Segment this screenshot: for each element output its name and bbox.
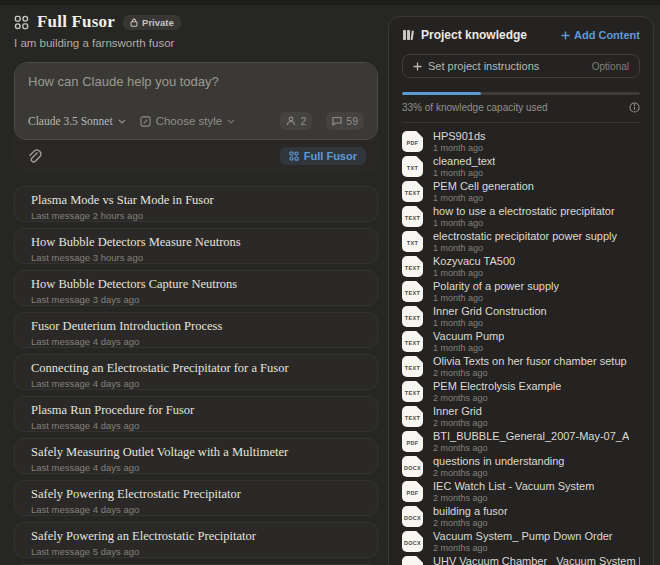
knowledge-title: Project knowledge xyxy=(421,28,527,42)
file-name: cleaned_text xyxy=(433,155,495,167)
conversation-meta: Last message 4 days ago xyxy=(31,504,361,515)
capacity-text: 33% of knowledge capacity used xyxy=(402,102,548,113)
knowledge-file-row[interactable]: DOCX questions in understanding 2 months… xyxy=(402,454,640,479)
knowledge-header: Project knowledge Add Content xyxy=(402,28,640,42)
plus-icon xyxy=(413,62,422,71)
file-name: Inner Grid Construction xyxy=(433,305,547,317)
info-icon[interactable] xyxy=(629,102,640,113)
knowledge-file-row[interactable]: TXT electrostatic precipitator power sup… xyxy=(402,229,640,254)
knowledge-file-row[interactable]: DOCX Vacuum System_ Pump Down Order 2 mo… xyxy=(402,529,640,554)
collaborator-count: 2 xyxy=(300,115,306,127)
conversation-title: Plasma Run Procedure for Fusor xyxy=(31,403,361,418)
conversation-title: Fusor Deuterium Introduction Process xyxy=(31,319,361,334)
knowledge-file-row[interactable]: DOCX UHV Vacuum Chamber_ Vacuum System P… xyxy=(402,554,640,565)
project-description: I am building a farnsworth fusor xyxy=(14,37,378,49)
project-header: Full Fusor Private xyxy=(14,12,378,32)
conversation-card[interactable]: Plasma Run Procedure for Fusor Last mess… xyxy=(14,396,378,432)
collaborator-count-badge[interactable]: 2 xyxy=(280,112,312,130)
set-instructions-label: Set project instructions xyxy=(428,60,539,72)
file-type-icon: PDF xyxy=(402,131,423,152)
file-type-icon: TEXT xyxy=(402,181,423,202)
project-chip-label: Full Fusor xyxy=(304,150,357,162)
knowledge-file-row[interactable]: TEXT Inner Grid 2 months ago xyxy=(402,404,640,429)
model-selector[interactable]: Claude 3.5 Sonnet xyxy=(28,115,126,127)
conversation-title: Safely Powering Electrostatic Precipitat… xyxy=(31,487,361,502)
optional-tag: Optional xyxy=(592,61,629,72)
file-age: 1 month ago xyxy=(433,293,559,303)
knowledge-file-row[interactable]: TEXT Olivia Texts on her fusor chamber s… xyxy=(402,354,640,379)
file-name: Kozyvacu TA500 xyxy=(433,255,515,267)
knowledge-file-row[interactable]: PDF BTI_BUBBLE_General_2007-May-07_A 2 m… xyxy=(402,429,640,454)
knowledge-file-row[interactable]: TEXT how to use a electrostatic precipit… xyxy=(402,204,640,229)
file-name: electrostatic precipitator power supply xyxy=(433,230,617,242)
knowledge-file-row[interactable]: DOCX building a fusor 2 months ago xyxy=(402,504,640,529)
file-name: BTI_BUBBLE_General_2007-May-07_A xyxy=(433,430,629,442)
conversation-meta: Last message 4 days ago xyxy=(31,420,361,431)
conversation-meta: Last message 4 days ago xyxy=(31,336,361,347)
file-name: PEM Electrolysis Example xyxy=(433,380,561,392)
file-type-icon: TXT xyxy=(402,156,423,177)
paperclip-icon[interactable] xyxy=(26,148,42,164)
file-age: 2 months ago xyxy=(433,543,613,553)
project-chip[interactable]: Full Fusor xyxy=(280,147,366,165)
composer-footer: Full Fusor xyxy=(14,140,378,174)
style-selector-label: Choose style xyxy=(156,115,222,127)
file-age: 2 months ago xyxy=(433,418,488,428)
conversation-card[interactable]: Safely Powering an Electrostatic Precipi… xyxy=(14,522,378,558)
knowledge-file-row[interactable]: TEXT Polarity of a power supply 1 month … xyxy=(402,279,640,304)
style-selector[interactable]: Choose style xyxy=(140,115,235,127)
page-title: Full Fusor xyxy=(37,12,115,32)
file-type-icon: PDF xyxy=(402,431,423,452)
file-age: 1 month ago xyxy=(433,218,615,228)
file-name: IEC Watch List - Vacuum System xyxy=(433,480,594,492)
file-type-icon: TEXT xyxy=(402,281,423,302)
composer: How can Claude help you today? Claude 3.… xyxy=(14,62,378,174)
file-name: Polarity of a power supply xyxy=(433,280,559,292)
knowledge-file-row[interactable]: PDF HPS901ds 1 month ago xyxy=(402,129,640,154)
knowledge-file-row[interactable]: TEXT PEM Electrolysis Example 2 months a… xyxy=(402,379,640,404)
composer-input[interactable]: How can Claude help you today? xyxy=(28,74,364,94)
file-type-icon: TEXT xyxy=(402,256,423,277)
person-icon xyxy=(286,116,296,126)
conversation-card[interactable]: How Bubble Detectors Capture Neutrons La… xyxy=(14,270,378,306)
chat-count-badge[interactable]: 59 xyxy=(326,112,364,130)
file-name: PEM Cell generation xyxy=(433,180,534,192)
composer-input-area[interactable]: How can Claude help you today? Claude 3.… xyxy=(14,62,378,140)
file-name: Vacuum Pump xyxy=(433,330,504,342)
conversation-card[interactable]: Safely Powering Electrostatic Precipitat… xyxy=(14,480,378,516)
conversation-card[interactable]: Connecting an Electrostatic Precipitator… xyxy=(14,354,378,390)
file-type-icon: DOCX xyxy=(402,556,423,565)
conversation-card[interactable]: How Bubble Detectors Measure Neutrons La… xyxy=(14,228,378,264)
file-name: Vacuum System_ Pump Down Order xyxy=(433,530,613,542)
conversation-meta: Last message 4 days ago xyxy=(31,378,361,389)
conversation-card[interactable]: Safely Measuring Outlet Voltage with a M… xyxy=(14,438,378,474)
file-type-icon: TEXT xyxy=(402,206,423,227)
add-content-label: Add Content xyxy=(574,29,640,41)
file-age: 2 months ago xyxy=(433,518,508,528)
file-age: 2 months ago xyxy=(433,443,629,453)
knowledge-icon xyxy=(402,29,414,41)
conversation-card[interactable]: Fusor Deuterium Introduction Process Las… xyxy=(14,312,378,348)
file-type-icon: DOCX xyxy=(402,506,423,527)
file-name: Olivia Texts on her fusor chamber setup xyxy=(433,355,627,367)
capacity-progressbar xyxy=(402,92,640,95)
knowledge-file-row[interactable]: TEXT Kozyvacu TA500 1 month ago xyxy=(402,254,640,279)
file-type-icon: TEXT xyxy=(402,306,423,327)
set-instructions-button[interactable]: Set project instructions Optional xyxy=(402,54,640,78)
project-knowledge-panel: Project knowledge Add Content Set projec… xyxy=(388,16,654,565)
file-type-icon: TEXT xyxy=(402,406,423,427)
knowledge-file-row[interactable]: TEXT Vacuum Pump 1 month ago xyxy=(402,329,640,354)
file-type-icon: DOCX xyxy=(402,456,423,477)
file-type-icon: TEXT xyxy=(402,356,423,377)
privacy-badge[interactable]: Private xyxy=(123,15,181,30)
knowledge-file-row[interactable]: TEXT PEM Cell generation 1 month ago xyxy=(402,179,640,204)
add-content-button[interactable]: Add Content xyxy=(561,29,640,41)
file-name: Inner Grid xyxy=(433,405,488,417)
file-age: 1 month ago xyxy=(433,343,504,353)
conversation-card[interactable]: Plasma Mode vs Star Mode in Fusor Last m… xyxy=(14,186,378,222)
file-age: 2 months ago xyxy=(433,368,627,378)
knowledge-file-row[interactable]: TXT cleaned_text 1 month ago xyxy=(402,154,640,179)
knowledge-file-row[interactable]: PDF IEC Watch List - Vacuum System 2 mon… xyxy=(402,479,640,504)
capacity-section: 33% of knowledge capacity used xyxy=(402,92,640,123)
knowledge-file-row[interactable]: TEXT Inner Grid Construction 1 month ago xyxy=(402,304,640,329)
